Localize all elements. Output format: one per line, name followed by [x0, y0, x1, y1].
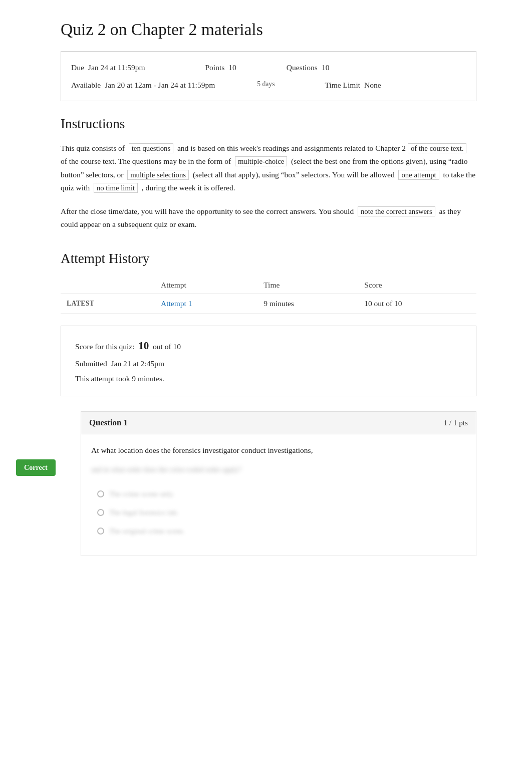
attempt-link-cell[interactable]: Attempt 1	[155, 294, 257, 314]
score-label: Score for this quiz:	[75, 342, 135, 351]
answer-option-3: The original crime scene.	[91, 523, 466, 540]
table-row: LATEST Attempt 1 9 minutes 10 out of 10	[61, 294, 476, 314]
meta-box: Due Jan 24 at 11:59pm Points 10 Question…	[61, 51, 476, 101]
radio-2	[97, 509, 104, 516]
answer-option-3-text: The original crime scene.	[109, 527, 185, 536]
submitted-value: Jan 21 at 2:45pm	[111, 359, 164, 368]
col-header-time: Time	[257, 277, 358, 294]
attempt-score: 10 out of 10	[358, 294, 476, 314]
answer-option-2-text: The legal forensics lab.	[109, 508, 179, 517]
instructions-paragraph-1: This quiz consists of ten questions and …	[61, 142, 476, 195]
instructions-title: Instructions	[61, 116, 476, 132]
score-summary-box: Score for this quiz: 10 out of 10 Submit…	[61, 326, 476, 396]
attempt-status: LATEST	[61, 294, 155, 314]
highlight-ten-questions: ten questions	[129, 143, 173, 153]
attempt-link[interactable]: Attempt 1	[161, 299, 192, 308]
attempt-history-title: Attempt History	[61, 251, 476, 267]
due-value: Jan 24 at 11:59pm	[88, 60, 145, 75]
attempt-took: This attempt took 9 minutes.	[75, 374, 164, 383]
time-limit-label: Time Limit	[325, 77, 360, 93]
score-out-of: out of 10	[153, 342, 181, 351]
available-value: Jan 20 at 12am - Jan 24 at 11:59pm	[105, 77, 215, 93]
question-1-body: Correct At what location does the forens…	[81, 434, 476, 556]
question-1-blurred: and in what order does the color-coded o…	[91, 465, 241, 474]
col-header-attempt: Attempt	[155, 277, 257, 294]
instructions-paragraph-2: After the close time/date, you will have…	[61, 205, 476, 231]
highlight-multiple-selections: multiple selections	[127, 170, 189, 180]
answer-option-1: The crime scene only.	[91, 486, 466, 502]
highlight-chapter: of the course text.	[408, 143, 467, 153]
time-limit-value: None	[364, 77, 381, 93]
question-1-header: Question 1 1 / 1 pts	[81, 411, 476, 434]
questions-value: 10	[322, 60, 330, 75]
question-1-title: Question 1	[89, 418, 128, 428]
answer-option-2: The legal forensics lab.	[91, 504, 466, 521]
question-1-section: Question 1 1 / 1 pts Correct At what loc…	[81, 411, 476, 556]
score-number: 10	[138, 340, 149, 352]
question-1-pts: 1 / 1 pts	[443, 418, 468, 427]
col-header-status	[61, 277, 155, 294]
question-1-text: At what location does the forensics inve…	[91, 444, 466, 457]
radio-3	[97, 528, 104, 535]
attempt-table: Attempt Time Score LATEST Attempt 1 9 mi…	[61, 277, 476, 314]
quiz-title: Quiz 2 on Chapter 2 materials	[61, 20, 476, 39]
points-value: 10	[228, 60, 236, 75]
attempt-time: 9 minutes	[257, 294, 358, 314]
radio-1	[97, 490, 104, 497]
due-label: Due	[71, 60, 84, 75]
availability-days: 5 days	[257, 77, 275, 91]
highlight-no-time-limit: no time limit	[94, 183, 138, 193]
answer-options: The crime scene only. The legal forensic…	[91, 486, 466, 540]
points-label: Points	[205, 60, 224, 75]
submitted-label: Submitted	[75, 359, 107, 368]
correct-indicator: Correct	[16, 459, 56, 476]
questions-label: Questions	[287, 60, 318, 75]
highlight-one-attempt: one attempt	[398, 170, 439, 180]
attempt-history-section: Attempt History Attempt Time Score LATES…	[61, 251, 476, 556]
highlight-note: note the correct answers	[358, 206, 435, 216]
answer-option-1-text: The crime scene only.	[109, 490, 174, 498]
highlight-multiple-choice: multiple-choice	[235, 156, 287, 166]
col-header-score: Score	[358, 277, 476, 294]
available-label: Available	[71, 77, 101, 93]
